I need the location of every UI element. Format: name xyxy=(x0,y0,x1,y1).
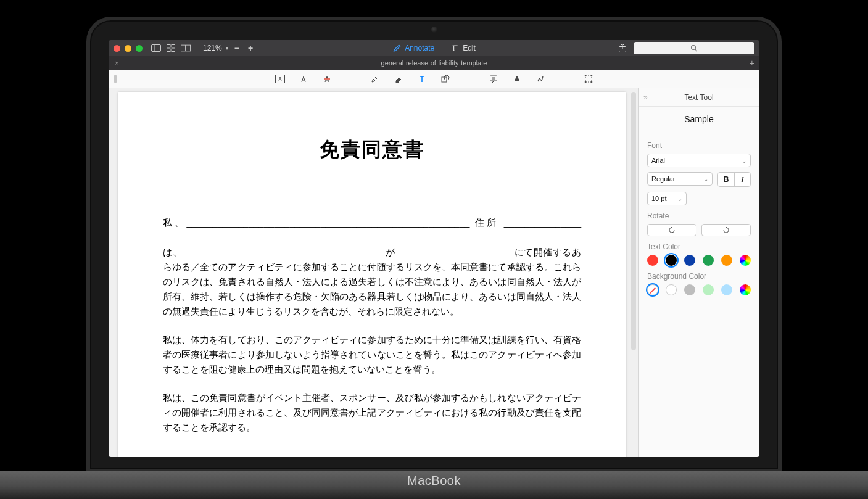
app-window: 121% ▾ − + Annotate Edit xyxy=(109,40,759,457)
camera-dot xyxy=(431,27,437,33)
svg-point-9 xyxy=(692,46,696,50)
mode-tabs: Annotate Edit xyxy=(392,44,476,52)
font-style-select[interactable]: Regular ⌄ xyxy=(647,172,713,186)
document-paragraph: 私は、この免責同意書がイベント主催者、スポンサー、及び私が参加するかもしれないア… xyxy=(163,390,581,435)
svg-point-19 xyxy=(584,75,586,76)
text-color-swatch[interactable] xyxy=(647,255,658,266)
annotate-tab-label: Annotate xyxy=(405,44,434,52)
background-color-swatch[interactable] xyxy=(647,284,658,295)
close-tab-button[interactable]: × xyxy=(109,59,125,67)
laptop-brand-label: MacBook xyxy=(407,474,461,488)
zoom-dropdown-icon[interactable]: ▾ xyxy=(226,46,228,51)
document-tabstrip: × general-release-of-liability-template … xyxy=(109,56,759,70)
background-color-swatch[interactable] xyxy=(740,284,751,295)
underline-tool-icon[interactable] xyxy=(298,73,309,85)
sidebar-toggle-icon[interactable] xyxy=(151,44,161,52)
annotation-toolbar xyxy=(109,70,759,88)
signature-tool-icon[interactable] xyxy=(535,73,546,85)
selection-crop-icon[interactable] xyxy=(583,73,594,85)
text-color-swatch[interactable] xyxy=(740,255,751,266)
background-color-swatch[interactable] xyxy=(684,284,695,295)
collapse-inspector-icon[interactable]: » xyxy=(643,93,648,102)
pencil-tool-icon[interactable] xyxy=(370,73,381,85)
text-tool-icon[interactable] xyxy=(416,73,428,85)
two-page-view-icon[interactable] xyxy=(181,44,191,52)
chevron-down-icon: ⌄ xyxy=(703,176,708,183)
document-page: 免責同意書 私、________________________________… xyxy=(118,92,626,457)
new-tab-button[interactable]: + xyxy=(750,58,754,68)
vertical-scrollbar[interactable] xyxy=(631,92,636,350)
rotate-ccw-button[interactable] xyxy=(647,224,696,236)
text-color-swatch[interactable] xyxy=(666,255,677,266)
svg-rect-15 xyxy=(490,76,497,81)
text-box-tool-icon[interactable] xyxy=(275,73,286,85)
note-tool-icon[interactable] xyxy=(488,73,499,85)
text-color-swatch[interactable] xyxy=(721,255,732,266)
laptop-hinge: MacBook xyxy=(0,471,868,499)
document-body: 私、______________________________________… xyxy=(163,215,581,435)
shape-tool-icon[interactable] xyxy=(440,73,451,85)
document-title: 免責同意書 xyxy=(163,136,581,163)
fullscreen-window-button[interactable] xyxy=(136,45,143,52)
zoom-control: 121% ▾ − + xyxy=(203,43,255,53)
inspector-title: Text Tool xyxy=(639,93,759,102)
svg-rect-7 xyxy=(186,45,190,51)
share-icon[interactable] xyxy=(618,44,627,52)
strikethrough-tool-icon[interactable] xyxy=(321,73,333,85)
thumbnail-grip[interactable] xyxy=(114,75,117,83)
chevron-down-icon: ⌄ xyxy=(742,157,746,164)
zoom-out-button[interactable]: − xyxy=(232,43,242,53)
background-color-swatch[interactable] xyxy=(703,284,714,295)
bold-italic-group: B I xyxy=(717,172,751,187)
zoom-value[interactable]: 121% xyxy=(203,44,222,52)
svg-rect-4 xyxy=(167,49,171,52)
sample-preview: Sample xyxy=(639,107,759,135)
svg-rect-2 xyxy=(167,45,171,48)
titlebar: 121% ▾ − + Annotate Edit xyxy=(109,40,759,56)
font-size-select[interactable]: 10 pt ⌄ xyxy=(647,192,687,205)
background-color-swatch[interactable] xyxy=(721,284,732,295)
window-controls xyxy=(114,45,143,52)
bold-button[interactable]: B xyxy=(718,173,734,186)
rotate-section-label: Rotate xyxy=(647,212,751,220)
font-section-label: Font xyxy=(647,141,751,150)
font-family-select[interactable]: Arial ⌄ xyxy=(647,154,751,167)
annotate-tab[interactable]: Annotate xyxy=(392,44,434,52)
svg-rect-6 xyxy=(181,45,185,51)
svg-point-21 xyxy=(584,81,586,83)
text-color-swatches xyxy=(647,255,751,266)
close-window-button[interactable] xyxy=(114,45,120,52)
svg-point-22 xyxy=(590,81,592,83)
text-color-label: Text Color xyxy=(647,242,751,251)
font-family-value: Arial xyxy=(651,157,665,164)
eraser-tool-icon[interactable] xyxy=(393,73,404,85)
grid-view-icon[interactable] xyxy=(166,44,176,52)
background-color-swatch[interactable] xyxy=(666,284,677,295)
laptop-frame: 121% ▾ − + Annotate Edit xyxy=(86,17,782,473)
edit-tab[interactable]: Edit xyxy=(450,44,476,52)
background-color-label: Background Color xyxy=(647,272,751,281)
edit-tab-label: Edit xyxy=(463,44,476,52)
search-input[interactable] xyxy=(634,42,754,54)
text-color-swatch[interactable] xyxy=(703,255,714,266)
document-canvas[interactable]: 免責同意書 私、________________________________… xyxy=(109,88,639,457)
stamp-tool-icon[interactable] xyxy=(511,73,523,85)
chevron-down-icon: ⌄ xyxy=(677,196,682,202)
inspector-panel: » Text Tool Sample Font Arial ⌄ Regular … xyxy=(639,88,759,457)
svg-line-10 xyxy=(695,49,697,51)
font-size-value: 10 pt xyxy=(651,195,666,202)
svg-rect-3 xyxy=(172,45,175,48)
svg-rect-5 xyxy=(172,49,175,52)
svg-rect-18 xyxy=(585,76,592,82)
view-mode-group xyxy=(151,44,191,52)
rotate-cw-button[interactable] xyxy=(701,224,751,236)
text-color-swatch[interactable] xyxy=(684,255,695,266)
font-style-value: Regular xyxy=(651,175,676,183)
workarea: 免責同意書 私、________________________________… xyxy=(109,88,759,457)
italic-button[interactable]: I xyxy=(734,173,750,186)
svg-point-20 xyxy=(590,75,592,76)
document-paragraph: 私は、体力を有しており、このアクティビティに参加するために十分に準備又は訓練を行… xyxy=(163,332,581,377)
zoom-in-button[interactable]: + xyxy=(246,43,255,53)
document-tab-title[interactable]: general-release-of-liability-template xyxy=(381,59,487,67)
minimize-window-button[interactable] xyxy=(125,45,131,52)
